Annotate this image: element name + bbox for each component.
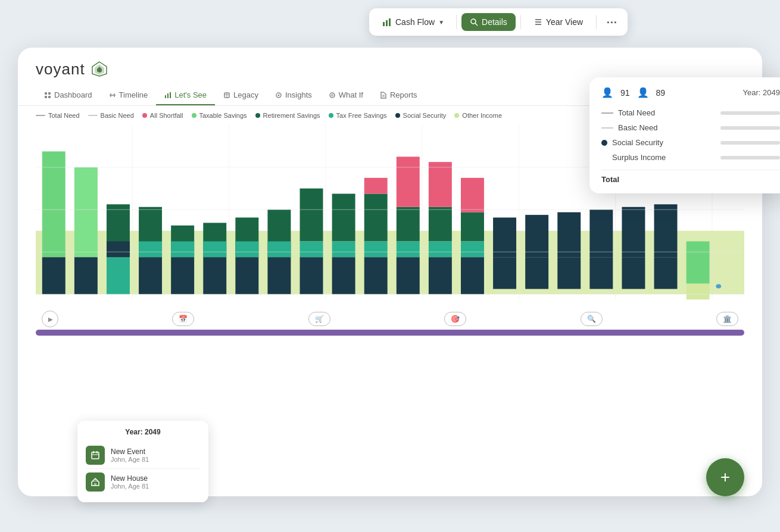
svg-rect-72 <box>461 178 484 212</box>
tooltip-popup: 👤 91 👤 89 Year: 2049 Total Need Basic Ne… <box>589 77 780 193</box>
fab-add-button[interactable]: + <box>706 458 744 496</box>
svg-rect-2 <box>389 18 391 26</box>
sidebar-item-whatif[interactable]: What If <box>320 86 372 105</box>
svg-rect-0 <box>383 22 385 26</box>
tooltip-divider <box>601 170 780 170</box>
svg-rect-48 <box>235 242 258 258</box>
person1-icon: 👤 <box>601 87 613 98</box>
legend-retirement-savings: Retirement Savings <box>255 112 320 119</box>
timeline-progress-bar[interactable] <box>36 330 744 336</box>
chart-bottom-icons: ▶ 📅 🛒 🎯 🔍 🏛️ <box>36 311 744 327</box>
more-button[interactable]: ⋯ <box>601 12 622 32</box>
new-house-icon <box>86 472 105 492</box>
legend-basic-need: Basic Need <box>88 112 134 119</box>
svg-rect-37 <box>107 242 130 258</box>
whatif-icon <box>329 92 336 99</box>
svg-rect-40 <box>139 257 162 294</box>
svg-rect-87 <box>687 242 710 284</box>
sidebar-item-dashboard[interactable]: Dashboard <box>36 86 101 105</box>
svg-rect-79 <box>557 212 581 258</box>
divider3 <box>596 15 597 29</box>
yearview-label: Year View <box>546 17 583 27</box>
legend-dash-total-need <box>36 115 45 116</box>
legend-dot-taxable <box>192 113 196 118</box>
svg-rect-69 <box>429 242 452 258</box>
card-header: voyant <box>18 48 762 79</box>
svg-rect-70 <box>429 257 452 294</box>
tooltip-row-total-need: Total Need <box>601 105 780 120</box>
tooltip-line-total <box>601 112 613 114</box>
timeline-icon <box>109 92 116 99</box>
legend-dash-basic-need <box>88 115 98 116</box>
svg-rect-88 <box>687 284 710 300</box>
person2-icon: 👤 <box>637 87 649 98</box>
bar-chart-icon <box>382 17 392 27</box>
event-icon-5[interactable]: 🏛️ <box>716 312 738 326</box>
sidebar-item-insights[interactable]: Insights <box>267 86 320 105</box>
svg-rect-52 <box>267 257 291 294</box>
event-icon-1[interactable]: 📅 <box>172 312 194 326</box>
svg-rect-32 <box>42 257 65 294</box>
tooltip-line-basic <box>601 127 613 129</box>
tooltip-dot-social <box>601 140 607 146</box>
legend-dot-taxfree <box>329 113 333 118</box>
event-icon-2[interactable]: 🛒 <box>308 312 330 326</box>
svg-point-27 <box>331 94 333 96</box>
svg-rect-14 <box>48 96 51 98</box>
legend-total-need: Total Need <box>36 112 80 119</box>
svg-rect-67 <box>429 207 452 242</box>
new-event-icon <box>86 446 105 465</box>
insights-icon <box>275 92 282 99</box>
tooltip-row-surplus: Surplus Income <box>601 150 780 165</box>
divider <box>456 15 457 29</box>
list-icon <box>534 18 542 26</box>
play-button[interactable]: ▶ <box>42 311 58 327</box>
svg-rect-59 <box>364 194 388 242</box>
svg-rect-58 <box>332 257 355 294</box>
svg-rect-68 <box>429 162 452 207</box>
tooltip-header: 👤 91 👤 89 Year: 2049 <box>601 87 780 98</box>
svg-point-25 <box>277 94 279 96</box>
event-item-new-event: New Event John, Age 81 <box>86 442 200 468</box>
svg-line-4 <box>475 23 478 26</box>
tooltip-total: Total <box>601 175 780 184</box>
tooltip-bar-surplus <box>720 156 780 159</box>
svg-rect-62 <box>364 257 388 294</box>
event-icon-4[interactable]: 🔍 <box>581 312 603 326</box>
cashflow-label: Cash Flow <box>395 17 435 27</box>
tooltip-row-social-security: Social Security <box>601 135 780 150</box>
tooltip-age2: 89 <box>656 88 666 98</box>
event-icon-3[interactable]: 🎯 <box>444 312 466 326</box>
sidebar-item-timeline[interactable]: Timeline <box>101 86 157 105</box>
svg-rect-65 <box>397 242 420 258</box>
sidebar-item-letssee[interactable]: Let's See <box>156 86 215 105</box>
dashboard-icon <box>44 92 51 99</box>
svg-rect-77 <box>525 215 548 257</box>
magnify-icon <box>470 18 478 26</box>
svg-rect-53 <box>300 189 323 242</box>
svg-rect-42 <box>171 242 194 258</box>
svg-rect-11 <box>45 92 47 95</box>
svg-rect-51 <box>267 242 291 258</box>
svg-rect-39 <box>139 242 162 258</box>
svg-rect-80 <box>557 257 581 289</box>
event-title-1: New House <box>111 474 149 483</box>
svg-rect-74 <box>461 257 484 294</box>
svg-rect-85 <box>654 204 678 257</box>
cashflow-button[interactable]: Cash Flow ▼ <box>375 14 451 30</box>
svg-rect-78 <box>525 257 548 289</box>
event-year: Year: 2049 <box>86 428 200 436</box>
svg-rect-106 <box>94 483 96 486</box>
details-button[interactable]: Details <box>461 13 516 31</box>
event-subtitle-0: John, Age 81 <box>111 456 149 463</box>
legend-taxable-savings: Taxable Savings <box>192 112 247 119</box>
tooltip-year: Year: 2049 <box>743 88 780 97</box>
svg-point-3 <box>471 19 476 24</box>
yearview-button[interactable]: Year View <box>526 13 591 31</box>
sidebar-item-reports[interactable]: Reports <box>372 86 426 105</box>
tooltip-row-basic-need: Basic Need <box>601 120 780 135</box>
svg-rect-86 <box>654 257 678 289</box>
tooltip-spacer <box>601 155 607 161</box>
legend-dot-shortfall <box>142 113 147 118</box>
sidebar-item-legacy[interactable]: Legacy <box>215 86 267 105</box>
